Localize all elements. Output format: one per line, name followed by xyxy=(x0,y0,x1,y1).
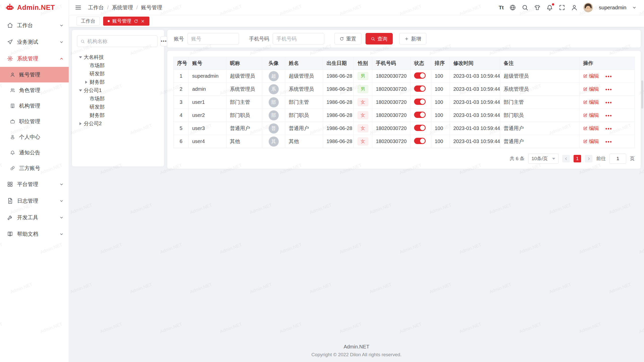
globe-icon[interactable] xyxy=(509,4,516,11)
edit-button[interactable]: 编辑 xyxy=(583,125,599,132)
cell-gender: 男 xyxy=(354,83,372,96)
table-row[interactable]: 5 user3 普通用户 普 普通用户 1986-06-28 女 1802003… xyxy=(174,122,635,135)
more-actions-button[interactable]: ••• xyxy=(606,87,612,92)
tree-node[interactable]: 研发部 xyxy=(77,103,159,111)
tab-workbench[interactable]: 工作台 xyxy=(76,17,100,26)
status-toggle[interactable] xyxy=(414,72,426,79)
status-toggle[interactable] xyxy=(414,99,426,105)
user-avatar[interactable] xyxy=(583,3,593,12)
tree-node[interactable]: 财务部 xyxy=(77,78,159,86)
status-toggle[interactable] xyxy=(414,112,426,118)
table-row[interactable]: 3 user1 部门主管 部 部门主管 1986-06-28 女 1802003… xyxy=(174,96,635,109)
reset-button[interactable]: 重置 xyxy=(334,33,361,44)
edit-button[interactable]: 编辑 xyxy=(583,112,599,119)
search-button[interactable]: 查询 xyxy=(366,33,393,44)
sidebar-item-system-management[interactable]: 系统管理 xyxy=(0,50,69,67)
footer: Admin.NET Copyright © 2022 Dilon All rig… xyxy=(69,344,644,362)
cell-birthdate: 1986-06-28 xyxy=(323,135,354,148)
cell-phone: 18020030720 xyxy=(372,96,411,109)
sidebar-item-account-management[interactable]: 账号管理 xyxy=(0,67,69,82)
sidebar-item-help-docs[interactable]: 帮助文档 xyxy=(0,226,69,242)
edit-button[interactable]: 编辑 xyxy=(583,138,599,145)
table-row[interactable]: 4 user2 部门职员 部 部门职员 1986-06-28 女 1802003… xyxy=(174,109,635,122)
refresh-icon[interactable] xyxy=(134,19,138,23)
cell-modified-time: 2023-01-03 10:59:44 xyxy=(450,135,500,148)
scrollbar-thumb[interactable] xyxy=(641,80,643,109)
tree-node[interactable]: 分公司1 xyxy=(77,86,159,95)
tree-node-label: 财务部 xyxy=(90,79,105,85)
cell-nickname: 普通用户 xyxy=(226,122,262,135)
chevron-down-icon[interactable] xyxy=(632,6,636,10)
more-actions-button[interactable]: ••• xyxy=(606,126,612,131)
notification-bell[interactable] xyxy=(546,4,553,11)
tab-account-management[interactable]: 账号管理 xyxy=(103,17,149,26)
edit-button-label: 编辑 xyxy=(589,86,599,93)
status-toggle[interactable] xyxy=(414,85,426,92)
search-icon[interactable] xyxy=(522,4,528,11)
tree-more-button[interactable]: ••• xyxy=(160,36,167,46)
edit-button[interactable]: 编辑 xyxy=(583,73,599,79)
cell-modified-time: 2023-01-03 10:59:44 xyxy=(450,96,500,109)
account-filter-input[interactable] xyxy=(187,33,239,44)
sidebar-item-notice[interactable]: 通知公告 xyxy=(0,145,69,160)
tree-node[interactable]: 研发部 xyxy=(77,70,159,78)
status-toggle[interactable] xyxy=(414,138,426,144)
cell-index: 2 xyxy=(174,83,189,96)
theme-icon[interactable] xyxy=(534,4,541,11)
org-search-input[interactable] xyxy=(87,38,154,44)
phone-filter-input[interactable] xyxy=(273,33,324,44)
sidebar-item-third-party-account[interactable]: 三方账号 xyxy=(0,160,69,176)
breadcrumb-item[interactable]: 系统管理 xyxy=(112,4,133,11)
avatar: 系 xyxy=(269,84,279,94)
cell-phone: 18020030720 xyxy=(372,83,411,96)
tree-node[interactable]: 财务部 xyxy=(77,111,159,119)
sidebar-item-role-management[interactable]: 角色管理 xyxy=(0,82,69,98)
breadcrumb-item[interactable]: 工作台 xyxy=(88,4,104,11)
fullscreen-icon[interactable] xyxy=(559,4,565,11)
next-page-button[interactable] xyxy=(585,155,592,162)
tree-node[interactable]: 分公司2 xyxy=(77,119,159,128)
caret-down-icon[interactable] xyxy=(79,56,82,58)
prev-page-button[interactable] xyxy=(562,155,570,162)
page-number-button[interactable]: 1 xyxy=(574,155,581,162)
caret-down-icon[interactable] xyxy=(79,89,82,92)
tree-node[interactable]: 市场部 xyxy=(77,95,159,103)
bell-icon xyxy=(10,150,15,155)
edit-button[interactable]: 编辑 xyxy=(583,99,599,106)
more-actions-button[interactable]: ••• xyxy=(606,139,612,145)
edit-button[interactable]: 编辑 xyxy=(583,86,599,93)
breadcrumb-separator: / xyxy=(136,5,138,11)
status-toggle[interactable] xyxy=(414,125,426,131)
close-icon[interactable] xyxy=(141,19,145,23)
username-label[interactable]: superadmin xyxy=(599,5,626,11)
hamburger-menu-icon[interactable] xyxy=(75,4,82,11)
column-header: 序号 xyxy=(174,57,189,70)
sidebar-item-org-management[interactable]: 机构管理 xyxy=(0,98,69,114)
table-row[interactable]: 6 user4 其他 其 其他 1986-06-28 女 18020030720… xyxy=(174,135,635,148)
more-actions-button[interactable]: ••• xyxy=(606,100,612,105)
table-row[interactable]: 1 superadmin 超级管理员 超 超级管理员 1986-06-28 男 … xyxy=(174,70,635,83)
sidebar-item-dev-tools[interactable]: 开发工具 xyxy=(0,209,69,226)
cell-order: 100 xyxy=(431,83,450,96)
cell-status xyxy=(411,122,431,135)
sidebar-item-business-test[interactable]: 业务测试 xyxy=(0,34,69,50)
tree-node[interactable]: 市场部 xyxy=(77,61,159,70)
caret-right-icon[interactable] xyxy=(85,81,87,84)
page-size-select[interactable]: 10条/页 xyxy=(528,154,558,164)
table-row[interactable]: 2 admin 系统管理员 系 系统管理员 1986-06-28 男 18020… xyxy=(174,83,635,96)
sidebar-item-position-management[interactable]: 职位管理 xyxy=(0,114,69,129)
goto-page-input[interactable] xyxy=(610,154,626,164)
sidebar-item-log-management[interactable]: 日志管理 xyxy=(0,193,69,209)
sidebar-item-personal-center[interactable]: 个人中心 xyxy=(0,129,69,145)
caret-placeholder xyxy=(85,114,87,117)
more-actions-button[interactable]: ••• xyxy=(606,74,612,79)
font-size-icon[interactable]: Tt xyxy=(499,5,504,11)
tree-node[interactable]: 大名科技 xyxy=(77,53,159,61)
caret-right-icon[interactable] xyxy=(79,122,82,125)
user-outline-icon[interactable] xyxy=(571,4,578,11)
sidebar-item-workbench[interactable]: 工作台 xyxy=(0,17,69,34)
logo[interactable]: Admin.NET xyxy=(0,0,69,15)
sidebar-item-platform-management[interactable]: 平台管理 xyxy=(0,176,69,193)
add-button[interactable]: 新增 xyxy=(399,33,426,44)
more-actions-button[interactable]: ••• xyxy=(606,113,612,118)
